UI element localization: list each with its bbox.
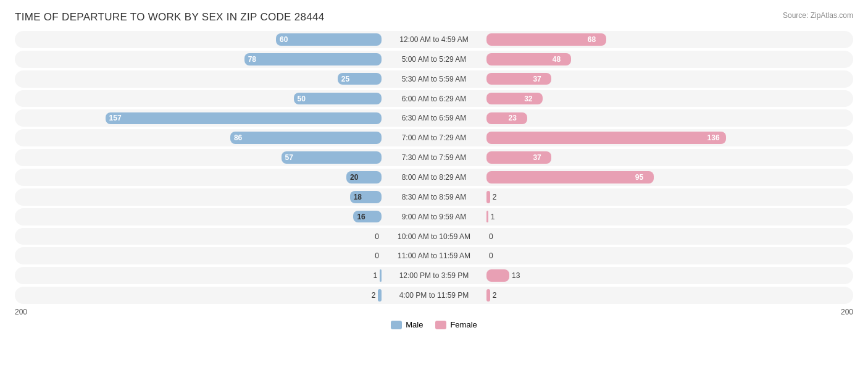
row-time-label: 5:00 AM to 5:29 AM: [382, 55, 486, 64]
male-value-label: 0: [375, 232, 379, 241]
row-time-label: 7:00 AM to 7:29 AM: [382, 133, 486, 142]
row-time-label: 6:30 AM to 6:59 AM: [382, 114, 486, 122]
chart-row: 9:00 AM to 9:59 AM161: [15, 208, 853, 226]
female-label: Female: [450, 320, 477, 329]
female-value-label: 0: [489, 251, 493, 260]
male-bar: [230, 132, 382, 144]
row-time-label: 9:00 AM to 9:59 AM: [382, 213, 486, 221]
row-time-label: 11:00 AM to 11:59 AM: [382, 251, 486, 260]
chart-row: 5:00 AM to 5:29 AM7848: [15, 51, 853, 68]
female-value-label: 48: [553, 55, 561, 64]
female-value-label: 1: [491, 213, 495, 221]
chart-title: TIME OF DEPARTURE TO WORK BY SEX IN ZIP …: [15, 11, 853, 23]
female-value-label: 68: [588, 35, 596, 44]
female-value-label: 32: [524, 95, 532, 103]
female-value-label: 136: [707, 133, 720, 142]
chart-container: TIME OF DEPARTURE TO WORK BY SEX IN ZIP …: [0, 0, 868, 367]
legend-female: Female: [435, 320, 477, 329]
row-time-label: 8:00 AM to 8:29 AM: [382, 173, 486, 182]
legend-male: Male: [391, 320, 423, 329]
male-value-label: 57: [285, 153, 293, 162]
female-bar: [486, 132, 726, 144]
female-value-label: 13: [512, 271, 520, 280]
chart-row: 8:30 AM to 8:59 AM182: [15, 188, 853, 206]
axis-right: 200: [841, 308, 853, 316]
row-time-label: 12:00 AM to 4:59 AM: [382, 35, 486, 44]
source-label: Source: ZipAtlas.com: [783, 11, 853, 20]
chart-row: 4:00 PM to 11:59 PM22: [15, 287, 853, 304]
male-value-label: 50: [298, 95, 306, 103]
female-value-label: 2: [493, 291, 497, 300]
chart-row: 7:30 AM to 7:59 AM5737: [15, 149, 853, 166]
male-swatch: [391, 321, 402, 329]
male-value-label: 20: [350, 173, 358, 182]
male-bar: [276, 33, 382, 46]
female-bar: [486, 289, 490, 302]
axis-left: 200: [15, 308, 27, 316]
chart-row: 8:00 AM to 8:29 AM2095: [15, 169, 853, 186]
chart-row: 6:30 AM to 6:59 AM15723: [15, 109, 853, 127]
chart-row: 12:00 PM to 3:59 PM113: [15, 267, 853, 284]
male-label: Male: [406, 320, 423, 329]
axis-labels: 200 200: [15, 308, 853, 316]
male-value-label: 157: [109, 114, 122, 122]
female-value-label: 2: [493, 193, 497, 201]
female-value-label: 37: [533, 153, 541, 162]
female-value-label: 37: [533, 75, 541, 83]
female-bar: [486, 151, 551, 164]
row-time-label: 10:00 AM to 10:59 AM: [382, 232, 486, 241]
female-bar: [486, 73, 551, 85]
chart-row: 5:30 AM to 5:59 AM2537: [15, 70, 853, 88]
female-swatch: [435, 321, 446, 329]
male-value-label: 2: [372, 291, 376, 300]
female-value-label: 95: [635, 173, 643, 182]
female-bar: [486, 211, 488, 223]
female-bar: [486, 171, 654, 184]
legend: Male Female: [15, 320, 853, 329]
female-bar: [486, 269, 509, 282]
female-bar: [486, 112, 527, 125]
chart-row: 10:00 AM to 10:59 AM00: [15, 228, 853, 245]
female-value-label: 23: [509, 114, 517, 122]
female-bar: [486, 191, 490, 203]
male-bar: [106, 112, 382, 125]
male-value-label: 60: [280, 35, 288, 44]
chart-row: 6:00 AM to 6:29 AM5032: [15, 90, 853, 108]
chart-row: 7:00 AM to 7:29 AM86136: [15, 129, 853, 146]
chart-row: 11:00 AM to 11:59 AM00: [15, 247, 853, 264]
chart-area: 12:00 AM to 4:59 AM60685:00 AM to 5:29 A…: [15, 30, 853, 324]
male-bar: [244, 53, 382, 65]
male-value-label: 1: [373, 271, 377, 280]
male-bar: [294, 93, 382, 105]
male-value-label: 25: [341, 75, 349, 83]
row-time-label: 12:00 PM to 3:59 PM: [382, 271, 486, 280]
row-time-label: 6:00 AM to 6:29 AM: [382, 95, 486, 103]
row-time-label: 8:30 AM to 8:59 AM: [382, 193, 486, 201]
rows-container: 12:00 AM to 4:59 AM60685:00 AM to 5:29 A…: [15, 30, 853, 305]
male-value-label: 18: [354, 193, 362, 201]
chart-row: 12:00 AM to 4:59 AM6068: [15, 31, 853, 48]
female-bar: [486, 93, 543, 105]
row-time-label: 7:30 AM to 7:59 AM: [382, 153, 486, 162]
male-value-label: 0: [375, 251, 379, 260]
female-value-label: 0: [489, 232, 493, 241]
row-time-label: 5:30 AM to 5:59 AM: [382, 75, 486, 83]
male-value-label: 78: [248, 55, 256, 64]
male-value-label: 86: [234, 133, 242, 142]
male-value-label: 16: [357, 213, 365, 221]
male-bar: [282, 151, 382, 164]
row-time-label: 4:00 PM to 11:59 PM: [382, 291, 486, 300]
